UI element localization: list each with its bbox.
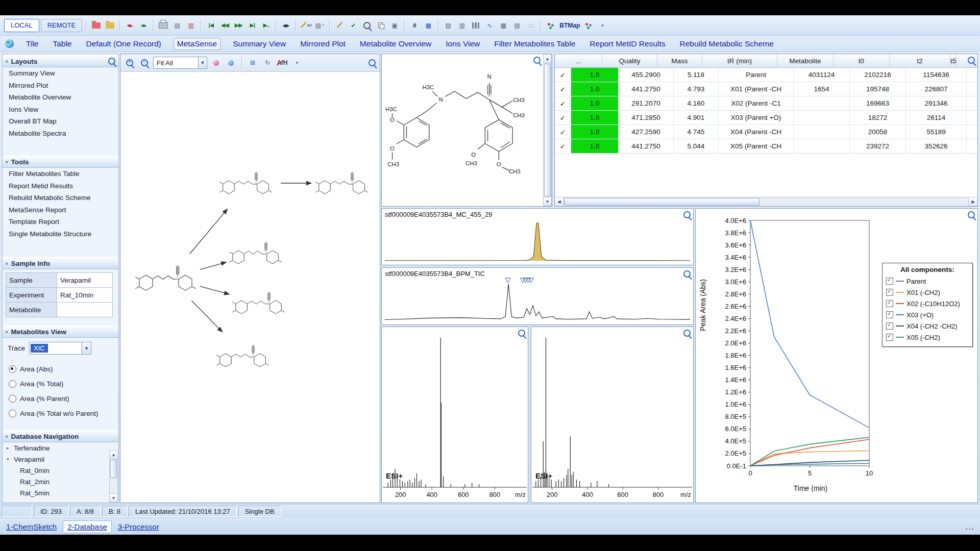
scroll-right-icon[interactable]: ▶ bbox=[968, 197, 977, 206]
row-checkbox[interactable]: ✓ bbox=[555, 111, 571, 124]
radio-icon[interactable] bbox=[9, 395, 16, 403]
prev-next-record-icon[interactable]: ◀▶ bbox=[280, 19, 292, 32]
column-header[interactable]: t0 bbox=[834, 54, 890, 67]
fragment-select-icon[interactable]: ⊞ bbox=[247, 57, 259, 69]
toolbar-overflow-icon[interactable]: ▾ bbox=[596, 19, 608, 32]
export-table-icon[interactable]: ▥ bbox=[185, 19, 197, 32]
column-header[interactable]: Mass bbox=[657, 54, 702, 67]
autoplay-icon[interactable]: ▶.. bbox=[260, 19, 272, 32]
menu-item-table[interactable]: Table bbox=[51, 38, 74, 50]
option-area-pct-total[interactable]: Area (% Total) bbox=[3, 377, 118, 391]
sample-info-header[interactable]: » Sample Info bbox=[3, 257, 118, 269]
run-red-icon[interactable]: ●▶ bbox=[124, 19, 136, 32]
scroll-up-icon[interactable]: ▲ bbox=[544, 55, 551, 63]
query-table-icon[interactable]: ▤? bbox=[313, 19, 326, 32]
menu-item-summary-view[interactable]: Summary View bbox=[231, 38, 288, 50]
database-tree-scrollbar[interactable]: ▲ ▼ bbox=[109, 450, 118, 503]
trace-dropdown[interactable]: XIC ▼ bbox=[29, 342, 91, 355]
tab-processor[interactable]: 3-Processor bbox=[114, 521, 163, 533]
column-header[interactable]: t2 bbox=[890, 54, 950, 67]
sample-value[interactable]: Verapamil bbox=[57, 273, 113, 288]
grid-view-icon[interactable]: ▤ bbox=[511, 19, 523, 32]
local-button[interactable]: LOCAL bbox=[4, 19, 39, 32]
table-row[interactable]: ✓ 1.0 441.2750 5.044 X05 (Parent -CH 239… bbox=[555, 139, 977, 154]
first-record-icon[interactable]: |◀ bbox=[205, 19, 217, 32]
legend-checkbox[interactable] bbox=[886, 311, 893, 318]
menu-item-ions-view[interactable]: Ions View bbox=[444, 38, 482, 50]
table-horizontal-scrollbar[interactable]: ◀ ▶ bbox=[555, 197, 977, 206]
menu-item-report-metid-results[interactable]: Report MetID Results bbox=[587, 38, 667, 50]
row-checkbox[interactable]: ✓ bbox=[555, 139, 571, 153]
menu-item-metabolite-overview[interactable]: Metabolite Overview bbox=[358, 38, 433, 50]
time-course-plot[interactable]: 4.0E+63.8E+63.6E+63.4E+63.2E+63.0E+62.8E… bbox=[696, 209, 977, 503]
menu-item-default-one-record[interactable]: Default (One Record) bbox=[84, 38, 163, 50]
menu-item-rebuild-metabolic-scheme[interactable]: Rebuild Metabolic Scheme bbox=[677, 38, 775, 50]
radio-icon[interactable] bbox=[9, 365, 16, 373]
column-header[interactable]: Metabolite bbox=[777, 54, 834, 67]
open-database-icon[interactable] bbox=[90, 19, 102, 32]
print-preview-icon[interactable]: ▤ bbox=[171, 19, 183, 32]
tool-item[interactable]: Report Metid Results bbox=[3, 180, 118, 192]
display-style-blue-icon[interactable] bbox=[225, 57, 237, 69]
rotate-structure-icon[interactable]: ↻ bbox=[261, 57, 274, 69]
panel-zoom-icon[interactable] bbox=[683, 270, 691, 278]
run-green-icon[interactable]: ●▶ bbox=[137, 19, 150, 32]
structure-map-icon[interactable] bbox=[545, 19, 557, 32]
tab-database[interactable]: 2-Database bbox=[63, 520, 112, 533]
panel-zoom-icon[interactable] bbox=[518, 330, 525, 337]
layouts-header[interactable]: » Layouts bbox=[3, 55, 118, 67]
scroll-down-icon[interactable]: ▼ bbox=[544, 197, 551, 206]
fast-next-icon[interactable]: ▶▶ bbox=[232, 19, 244, 32]
option-area-abs[interactable]: Area (Abs) bbox=[3, 362, 118, 377]
tree-expanded-icon[interactable]: ▾ bbox=[7, 457, 12, 462]
database-navigation-header[interactable]: » Database Navigation bbox=[3, 430, 118, 442]
tree-item-rat-2min[interactable]: Rat_2min bbox=[3, 476, 118, 487]
tree-collapsed-icon[interactable]: ▸ bbox=[7, 445, 12, 450]
layout-item[interactable]: Mirrored Plot bbox=[3, 80, 118, 92]
table-row[interactable]: ✓ 1.0 455.2900 5.118 Parent 4031124 2102… bbox=[555, 68, 977, 82]
row-checkbox[interactable]: ✓ bbox=[555, 68, 571, 82]
row-checkbox[interactable]: ✓ bbox=[555, 125, 571, 139]
panel-zoom-icon[interactable] bbox=[683, 211, 691, 218]
option-area-pct-parent[interactable]: Area (% Parent) bbox=[3, 391, 118, 406]
scroll-left-icon[interactable]: ◀ bbox=[555, 197, 564, 206]
table-row[interactable]: ✓ 1.0 427.2590 4.745 X04 (Parent -CH 200… bbox=[555, 125, 977, 139]
layout-item[interactable]: Overall BT Map bbox=[3, 115, 118, 128]
save-copy-icon[interactable] bbox=[104, 19, 116, 32]
panel-zoom-icon[interactable] bbox=[108, 58, 115, 65]
compact-table-icon[interactable]: ∷ bbox=[525, 19, 537, 32]
layout-item[interactable]: Metabolite Spectra bbox=[3, 128, 118, 140]
structure-panel-scrollbar[interactable]: ▲ ▼ bbox=[543, 54, 552, 206]
scroll-up-icon[interactable]: ▲ bbox=[110, 450, 117, 459]
tree-item-terfenadine[interactable]: ▸ Terfenadine bbox=[3, 442, 118, 454]
column-header[interactable]: Quality bbox=[602, 54, 657, 67]
chevron-down-icon[interactable]: ▼ bbox=[82, 342, 91, 354]
zoom-in-icon[interactable]: + bbox=[124, 57, 136, 69]
tools-header[interactable]: » Tools bbox=[3, 156, 118, 168]
layout-item[interactable]: Ions View bbox=[3, 104, 118, 116]
legend-checkbox[interactable] bbox=[886, 278, 893, 285]
layout-item[interactable]: Summary View bbox=[3, 67, 118, 80]
curve-fit-icon[interactable]: ∿ bbox=[483, 19, 496, 32]
tab-overflow-button[interactable]: ... bbox=[965, 522, 975, 531]
experiment-value[interactable]: Rat_10min bbox=[57, 288, 113, 303]
legend-checkbox[interactable] bbox=[886, 334, 893, 341]
metabolic-scheme-canvas[interactable] bbox=[120, 72, 380, 503]
tab-chemsketch[interactable]: 1-ChemSketch bbox=[2, 521, 61, 533]
paste-record-icon[interactable]: ▣ bbox=[388, 19, 401, 32]
legend-checkbox[interactable] bbox=[886, 289, 893, 296]
chevron-down-icon[interactable]: ▼ bbox=[198, 57, 207, 68]
edit-all-records-icon[interactable]: All bbox=[300, 19, 312, 32]
metabolites-view-header[interactable]: » Metabolites View bbox=[3, 325, 118, 338]
menu-item-filter-metabolites-table[interactable]: Filter Metabolites Table bbox=[492, 38, 577, 50]
edit-record-icon[interactable] bbox=[333, 19, 346, 32]
tool-item[interactable]: Filter Metabolites Table bbox=[3, 168, 118, 180]
zoom-out-icon[interactable]: − bbox=[138, 57, 151, 69]
radio-icon[interactable] bbox=[9, 410, 16, 417]
tree-item-rat-0min[interactable]: Rat_0min bbox=[3, 465, 118, 476]
panel-zoom-icon[interactable] bbox=[533, 57, 541, 64]
last-record-icon[interactable]: ▶| bbox=[246, 19, 258, 32]
display-style-pink-icon[interactable] bbox=[210, 57, 222, 69]
option-area-pct-total-wo-parent[interactable]: Area (% Total w/o Parent) bbox=[3, 406, 118, 421]
form-design-icon[interactable]: ▦ bbox=[422, 19, 434, 32]
